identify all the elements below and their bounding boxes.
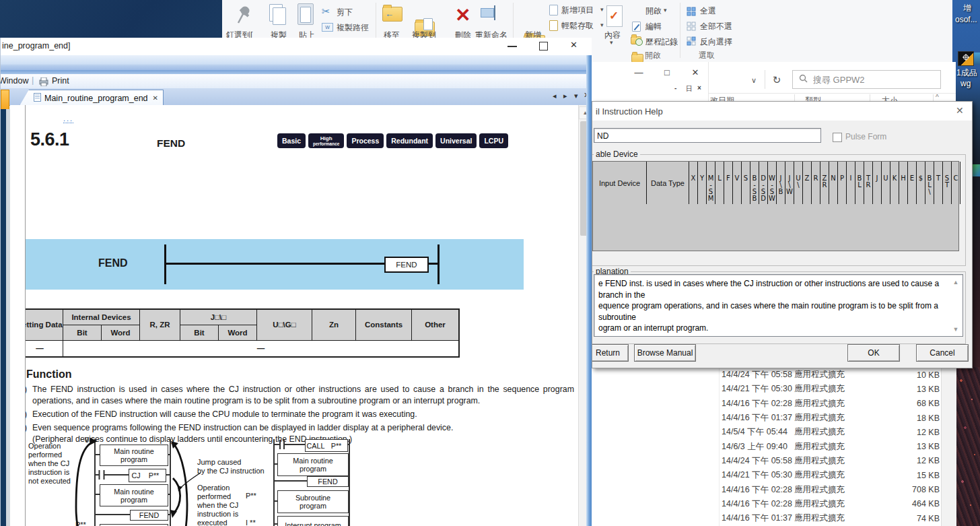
device-column: J \ W [785, 162, 794, 204]
copy-path-icon[interactable]: W [322, 23, 333, 32]
invert-selection-icon[interactable] [687, 36, 696, 48]
browse-manual-button[interactable]: Browse Manual [634, 344, 696, 362]
setting-data-table: Setting Data Internal Devices R, ZR J□\□… [26, 308, 460, 358]
mdi-close-button[interactable]: × [697, 84, 701, 92]
rename-icon[interactable] [481, 5, 498, 20]
device-column: V [733, 162, 742, 204]
file-row[interactable]: 14/4/24 下午 05:58應用程式擴充12 KB [711, 454, 940, 468]
properties-dropdown-icon[interactable]: ▾ [610, 39, 613, 46]
tab-scroll-left-icon[interactable]: ◂ [553, 92, 557, 100]
maximize-button[interactable]: □ [661, 67, 673, 77]
instruction-input[interactable]: ND [594, 128, 821, 143]
pin-icon[interactable] [234, 4, 252, 27]
ok-button[interactable]: OK [847, 344, 900, 362]
dialog-close-icon[interactable]: ✕ [956, 105, 964, 116]
cpu-badge: Redundant [386, 133, 433, 148]
mdi-minimize-button[interactable]: - [674, 84, 676, 92]
ribbon-easy-access-label[interactable]: 輕鬆存取 [561, 20, 594, 32]
file-type: 應用程式擴充 [794, 513, 897, 524]
tab-main-routine-program-end[interactable]: Main_routine_program_end ✕ [20, 90, 164, 106]
main-routine-box: Main routine program [100, 445, 168, 466]
desktop-icon-label[interactable]: osof... [955, 15, 977, 24]
easy-access-dropdown-icon[interactable]: ▾ [600, 22, 604, 28]
delete-icon[interactable]: ✕ [455, 4, 470, 26]
file-row[interactable]: 14/4/16 下午 02:28應用程式擴充68 KB [711, 397, 940, 411]
scroll-up-icon[interactable]: ▲ [951, 279, 960, 286]
explorer-scrollbar[interactable] [941, 367, 956, 526]
cpu-badges: BasicHighperformanceProcessRedundantUniv… [275, 133, 508, 148]
tab-list-dropdown-icon[interactable]: ▾ [574, 92, 578, 100]
easy-access-icon[interactable] [549, 20, 558, 31]
ribbon-select-all-label[interactable]: 全選 [700, 5, 716, 17]
desktop-icon-label[interactable]: 增 [963, 3, 971, 14]
new-item-icon[interactable] [549, 5, 558, 15]
pulse-form-checkbox[interactable] [833, 133, 842, 142]
desktop-icon-label[interactable]: wg [960, 79, 971, 88]
new-item-dropdown-icon[interactable]: ▾ [600, 6, 604, 13]
side-tab-fragment[interactable] [1, 90, 9, 110]
ribbon-open-label[interactable]: 開啟 [645, 5, 662, 17]
search-icon [799, 73, 808, 86]
file-row[interactable]: 14/4/24 下午 05:58應用程式擴充10 KB [711, 368, 940, 382]
tab-scroll-right-icon[interactable]: ▸ [563, 92, 567, 100]
cut-icon[interactable]: ✂ [322, 5, 330, 18]
search-input[interactable] [812, 74, 915, 86]
menu-print[interactable]: Print [52, 76, 69, 86]
cancel-button[interactable]: Cancel [916, 344, 969, 362]
file-row[interactable]: 14/4/16 下午 01:37應用程式擴充74 KB [711, 511, 940, 525]
paste-icon[interactable] [298, 3, 314, 25]
scroll-down-icon[interactable]: ▼ [951, 326, 960, 333]
tab-bar: Main_routine_program_end ✕ ◂ ▸ ▾ ✕ [1, 88, 592, 106]
address-dropdown-icon[interactable]: ∨ [746, 73, 762, 88]
return-button[interactable]: Return [592, 344, 629, 362]
file-row[interactable]: 14/5/4 下午 05:44應用程式擴充12 KB [711, 425, 940, 439]
dialog-titlebar[interactable]: il Instruction Help ✕ [592, 102, 972, 121]
cad-file-icon[interactable] [958, 51, 974, 66]
interrupt-label: I ** [246, 519, 256, 526]
tab-close-icon[interactable]: ✕ [153, 94, 158, 102]
refresh-icon[interactable]: ↻ [769, 72, 785, 88]
close-button[interactable]: ✕ [689, 67, 701, 77]
ribbon-cut-label[interactable]: 剪下 [337, 7, 353, 18]
file-list: 14/4/24 下午 05:58應用程式擴充10 KB14/4/21 下午 05… [711, 368, 940, 525]
select-all-icon[interactable] [687, 7, 696, 19]
sort-indicator-icon[interactable]: ^ [936, 94, 939, 101]
window-titlebar[interactable]: ine_program_end] ✕ [1, 38, 592, 55]
move-to-icon[interactable]: ← [382, 7, 403, 22]
ribbon-edit-label[interactable]: 編輯 [645, 21, 662, 32]
close-button[interactable]: ✕ [570, 40, 578, 50]
file-date: 14/6/3 上午 09:40 [711, 441, 794, 453]
menu-window[interactable]: Window [0, 76, 28, 86]
minimize-button[interactable]: — [633, 67, 645, 77]
wallpaper-branches [956, 367, 980, 526]
desktop-icon-label[interactable]: 1成品 [956, 67, 977, 79]
search-box[interactable] [792, 70, 941, 89]
mdi-restore-button[interactable]: 日 [686, 84, 693, 94]
minimize-button[interactable] [508, 46, 517, 47]
file-date: 14/4/16 下午 01:37 [711, 412, 794, 424]
file-row[interactable]: 14/4/21 下午 05:30應用程式擴充15 KB [711, 468, 940, 482]
ribbon-new-item-label[interactable]: 新增項目 [561, 5, 594, 16]
device-table-header: Input Device Data Type XYM - S MLFVSB - … [592, 161, 959, 205]
file-row[interactable]: 14/6/3 上午 09:40應用程式擴充13 KB [711, 439, 940, 453]
ribbon-select-none-label[interactable]: 全部不選 [700, 21, 732, 32]
doc-top-link[interactable]: ... [63, 114, 73, 123]
maximize-button[interactable] [539, 42, 548, 51]
file-row[interactable]: 14/4/16 下午 02:28應用程式擴充464 KB [711, 497, 940, 511]
file-row[interactable]: 14/4/16 下午 02:28應用程式擴充708 KB [711, 482, 940, 496]
open-dropdown-icon[interactable]: ▾ [664, 7, 667, 13]
explanation-box[interactable]: e FEND inst. is used in cases where the … [594, 274, 963, 337]
history-icon[interactable] [631, 36, 641, 44]
properties-icon[interactable]: ✓ [606, 5, 623, 27]
th-internal-devices: Internal Devices [63, 309, 140, 325]
file-row[interactable]: 14/4/16 下午 01:37應用程式擴充18 KB [711, 411, 940, 425]
ribbon-copy-path-label[interactable]: 複製路徑 [337, 22, 369, 34]
th-other: Other [412, 309, 460, 340]
ribbon-history-label[interactable]: 歷程記錄 [645, 36, 678, 48]
explanation-text: e FEND inst. is used in cases where the … [598, 278, 949, 334]
edit-icon[interactable] [632, 22, 641, 32]
fend-box: FEND [307, 476, 349, 487]
select-none-icon[interactable] [687, 22, 696, 34]
file-row[interactable]: 14/4/21 下午 05:30應用程式擴充13 KB [711, 382, 940, 396]
ribbon-invert-selection-label[interactable]: 反向選擇 [700, 36, 732, 48]
